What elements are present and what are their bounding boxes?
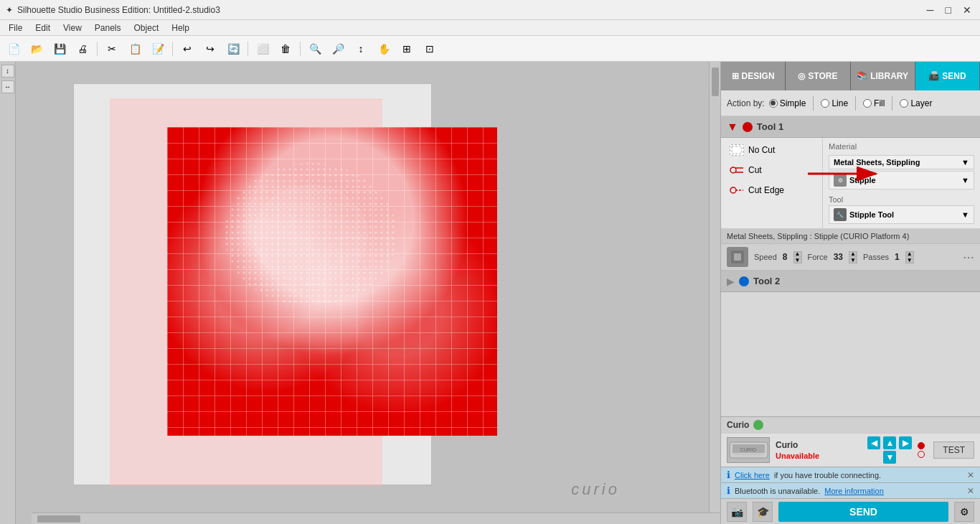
action-separator-2 bbox=[855, 96, 856, 111]
new-button[interactable]: 📄 bbox=[3, 39, 24, 59]
menubar: File Edit View Panels Object Help bbox=[0, 20, 980, 36]
menu-view[interactable]: View bbox=[57, 22, 88, 34]
print-button[interactable]: 🖨 bbox=[72, 39, 93, 59]
action-by-label: Action by: bbox=[727, 98, 765, 108]
force-spinner[interactable]: ▲ ▼ bbox=[849, 251, 857, 263]
tool2-header[interactable]: ▶ Tool 2 bbox=[721, 271, 980, 292]
cut-edge-label: Cut Edge bbox=[748, 185, 784, 195]
svg-rect-12 bbox=[734, 253, 741, 261]
action-simple-option[interactable]: Simple bbox=[769, 98, 806, 108]
zoom-out-button[interactable]: 🔎 bbox=[327, 39, 349, 59]
tool-dropdown[interactable]: 🔧 Stipple Tool ▼ bbox=[829, 205, 974, 224]
device-status: Unavailable bbox=[776, 452, 819, 460]
vertical-scrollbar[interactable] bbox=[709, 62, 720, 513]
delete-button[interactable]: 🗑 bbox=[275, 39, 296, 59]
tab-send[interactable]: 📠 SEND bbox=[915, 62, 980, 90]
app-logo-icon: ✦ bbox=[6, 5, 13, 15]
maximize-button[interactable]: □ bbox=[943, 4, 954, 16]
left-tool-1[interactable]: ↕ bbox=[1, 65, 14, 78]
panel-spacer bbox=[721, 292, 980, 416]
connection-status-indicator bbox=[753, 420, 763, 430]
force-down[interactable]: ▼ bbox=[849, 258, 857, 263]
tab-design[interactable]: ⊞ DESIGN bbox=[721, 62, 786, 90]
tool2-indicator bbox=[739, 276, 749, 286]
action-layer-option[interactable]: Layer bbox=[900, 98, 932, 108]
vscroll-thumb[interactable] bbox=[712, 67, 719, 96]
radio-simple[interactable] bbox=[769, 99, 778, 108]
passes-spinner[interactable]: ▲ ▼ bbox=[905, 251, 914, 263]
info-bar-2: ℹ Bluetooth is unavailable. More informa… bbox=[721, 482, 980, 498]
tool-settings-bar: Speed 8 ▲ ▼ Force 33 ▲ ▼ Passes 1 ▲ ▼ ⋯ bbox=[721, 244, 980, 271]
tool-icon: 🔧 bbox=[834, 208, 847, 221]
paste-button[interactable]: 📝 bbox=[147, 39, 169, 59]
undo-button[interactable]: ↩ bbox=[176, 39, 198, 59]
zoom-in-button[interactable]: 🔍 bbox=[304, 39, 326, 59]
test-button[interactable]: TEST bbox=[933, 441, 974, 459]
cut-edge-svg bbox=[730, 184, 744, 196]
menu-panels[interactable]: Panels bbox=[89, 22, 127, 34]
radio-fill[interactable] bbox=[863, 99, 872, 108]
info-link-1[interactable]: Click here bbox=[735, 471, 770, 479]
info-close-1[interactable]: ✕ bbox=[967, 470, 974, 480]
tool-settings-icon bbox=[727, 247, 748, 267]
settings-button[interactable]: ⚙ bbox=[954, 502, 974, 522]
crop-button[interactable]: ⊡ bbox=[419, 39, 440, 59]
action-fill-option[interactable]: Fill bbox=[863, 98, 885, 108]
curio-status-bar: Curio bbox=[721, 417, 980, 433]
info-close-2[interactable]: ✕ bbox=[967, 486, 974, 496]
copy-button[interactable]: 📋 bbox=[124, 39, 146, 59]
menu-object[interactable]: Object bbox=[128, 22, 165, 34]
pan-button[interactable]: ✋ bbox=[373, 39, 395, 59]
cut-button[interactable]: ✂ bbox=[101, 39, 123, 59]
horizontal-scrollbar[interactable] bbox=[32, 513, 720, 524]
radio-layer[interactable] bbox=[900, 99, 908, 108]
passes-down[interactable]: ▼ bbox=[905, 258, 914, 263]
nav-left-button[interactable]: ◀ bbox=[867, 436, 880, 449]
action-line-option[interactable]: Line bbox=[821, 98, 848, 108]
nav-up-button[interactable]: ▲ bbox=[883, 436, 896, 449]
force-up[interactable]: ▲ bbox=[849, 251, 857, 257]
tool1-header[interactable]: ▼ Tool 1 bbox=[721, 116, 980, 138]
canvas-area[interactable]: curio bbox=[16, 62, 720, 524]
no-cut-option[interactable]: No Cut bbox=[727, 142, 816, 158]
select-button[interactable]: ⬜ bbox=[252, 39, 273, 59]
tab-library[interactable]: 📚 LIBRARY bbox=[851, 62, 915, 90]
menu-file[interactable]: File bbox=[3, 22, 28, 34]
send-button[interactable]: SEND bbox=[778, 502, 948, 522]
info-link-2[interactable]: More information bbox=[824, 487, 884, 495]
no-cut-icon bbox=[730, 144, 744, 156]
fit-button[interactable]: ↕ bbox=[350, 39, 372, 59]
action-separator-3 bbox=[892, 96, 892, 111]
menu-edit[interactable]: Edit bbox=[29, 22, 56, 34]
more-settings-button[interactable]: ⋯ bbox=[963, 251, 974, 264]
toolbar-separator-1 bbox=[97, 42, 98, 56]
speed-down[interactable]: ▼ bbox=[793, 258, 802, 263]
nav-right-button[interactable]: ▶ bbox=[899, 436, 912, 449]
close-button[interactable]: ✕ bbox=[960, 4, 974, 16]
hscroll-thumb[interactable] bbox=[37, 515, 80, 523]
device-info: Curio Unavailable bbox=[776, 440, 819, 460]
save-button[interactable]: 💾 bbox=[49, 39, 70, 59]
grid-button[interactable]: ⊞ bbox=[396, 39, 418, 59]
menu-help[interactable]: Help bbox=[166, 22, 195, 34]
speed-value: 8 bbox=[783, 252, 788, 262]
minimize-button[interactable]: ─ bbox=[924, 4, 937, 16]
red-arrow-svg bbox=[801, 163, 887, 184]
device-img-svg: CURIO bbox=[729, 439, 768, 462]
tab-store[interactable]: ◎ STORE bbox=[786, 62, 850, 90]
refresh-button[interactable]: 🔄 bbox=[222, 39, 244, 59]
left-tool-2[interactable]: ↔ bbox=[1, 80, 14, 93]
camera-button[interactable]: 📷 bbox=[727, 502, 747, 522]
hat-button[interactable]: 🎓 bbox=[753, 502, 773, 522]
preset-value: Metal Sheets, Stippling : Stipple (CURIO… bbox=[727, 232, 909, 240]
speed-up[interactable]: ▲ bbox=[793, 251, 802, 257]
redo-button[interactable]: ↪ bbox=[199, 39, 221, 59]
no-cut-svg bbox=[731, 146, 743, 154]
svg-rect-3 bbox=[732, 146, 742, 154]
svg-point-2 bbox=[253, 184, 368, 285]
radio-line[interactable] bbox=[821, 99, 829, 108]
speed-spinner[interactable]: ▲ ▼ bbox=[793, 251, 802, 263]
passes-up[interactable]: ▲ bbox=[905, 251, 914, 257]
open-button[interactable]: 📂 bbox=[26, 39, 47, 59]
nav-down-button[interactable]: ▼ bbox=[883, 451, 896, 464]
